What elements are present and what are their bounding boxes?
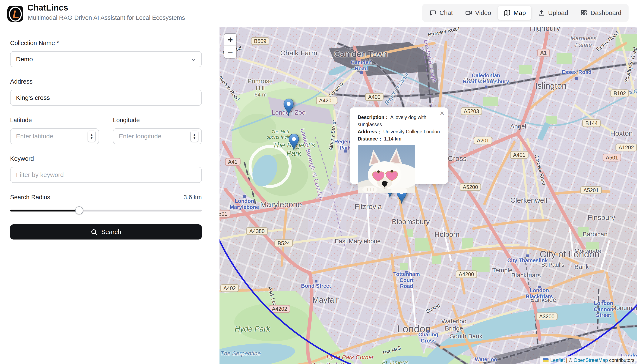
popup-address-row: Address： University College London xyxy=(358,128,442,135)
search-panel: Collection Name * Demo Address Latitude … xyxy=(0,28,220,364)
search-radius-label: Search Radius xyxy=(10,194,50,201)
upload-icon xyxy=(538,9,545,16)
nav-label: Upload xyxy=(548,9,568,16)
keyword-label: Keyword xyxy=(10,155,202,162)
search-button[interactable]: Search xyxy=(10,224,202,240)
zoom-in-button[interactable]: + xyxy=(224,34,236,46)
nav-label: Chat xyxy=(440,9,453,16)
popup-distance-row: Distance： 1.14 km xyxy=(358,135,442,142)
map-marker-pin[interactable] xyxy=(288,134,299,151)
address-label: Address xyxy=(10,78,202,85)
slider-thumb[interactable] xyxy=(75,206,83,214)
nav-label: Map xyxy=(514,9,526,16)
nav-item-chat[interactable]: Chat xyxy=(424,6,458,20)
map-attribution: Leaflet | © OpenStreetMap contributors xyxy=(540,356,637,364)
longitude-input[interactable] xyxy=(119,133,196,140)
radius-fill xyxy=(10,210,79,212)
app-header: L ChatLincs Multimodal RAG-Driven AI Ass… xyxy=(0,0,637,28)
collection-selected-value: Demo xyxy=(16,56,33,63)
map-zoom-control: + − xyxy=(224,33,237,58)
popup-close-button[interactable]: × xyxy=(440,110,444,117)
ukraine-flag-icon xyxy=(543,358,548,362)
openstreetmap-link[interactable]: OpenStreetMap xyxy=(574,358,608,363)
nav-item-video[interactable]: Video xyxy=(460,6,497,20)
search-icon xyxy=(90,228,97,235)
dashboard-grid-icon xyxy=(580,9,588,16)
map-icon xyxy=(504,9,510,16)
latitude-input[interactable] xyxy=(16,133,93,140)
svg-text:L: L xyxy=(13,8,20,20)
longitude-label: Longitude xyxy=(113,117,202,124)
collection-select[interactable]: Demo xyxy=(10,51,202,67)
nav-item-map[interactable]: Map xyxy=(498,6,531,20)
popup-dog-photo xyxy=(358,145,415,194)
main-nav: Chat Video Map Upload Dashboard xyxy=(422,4,628,22)
nav-item-upload[interactable]: Upload xyxy=(532,6,574,20)
chat-bubble-icon xyxy=(429,9,436,16)
latitude-stepper[interactable]: ▲▼ xyxy=(88,130,96,142)
map-marker-pin[interactable] xyxy=(283,98,294,116)
nav-label: Dashboard xyxy=(590,9,622,16)
leaflet-map[interactable]: Camden TownChalk FarmBarnsburyIslingtonA… xyxy=(220,28,637,364)
marker-popup: × Description： A lovely dog with sunglas… xyxy=(350,108,448,184)
map-tiles xyxy=(220,28,637,364)
zoom-out-button[interactable]: − xyxy=(224,46,236,58)
collection-name-label: Collection Name * xyxy=(10,40,202,46)
nav-item-dashboard[interactable]: Dashboard xyxy=(575,6,627,20)
nav-label: Video xyxy=(475,9,491,16)
page-subtitle: Multimodal RAG-Driven AI Assistant for L… xyxy=(28,14,185,21)
video-camera-icon xyxy=(465,9,472,16)
address-input[interactable] xyxy=(16,94,196,101)
page-title: ChatLincs xyxy=(28,3,68,12)
search-radius-slider[interactable] xyxy=(10,206,202,215)
leaflet-link[interactable]: Leaflet xyxy=(550,358,565,363)
popup-description-row: Description： A lovely dog with sunglasse… xyxy=(358,114,442,128)
chevron-down-icon xyxy=(190,57,197,63)
latitude-label: Latitude xyxy=(10,117,99,124)
app-logo: L xyxy=(7,6,24,22)
search-radius-value: 3.6 km xyxy=(184,194,202,201)
longitude-stepper[interactable]: ▲▼ xyxy=(190,130,198,142)
keyword-input[interactable] xyxy=(16,171,196,178)
search-button-label: Search xyxy=(101,228,121,236)
